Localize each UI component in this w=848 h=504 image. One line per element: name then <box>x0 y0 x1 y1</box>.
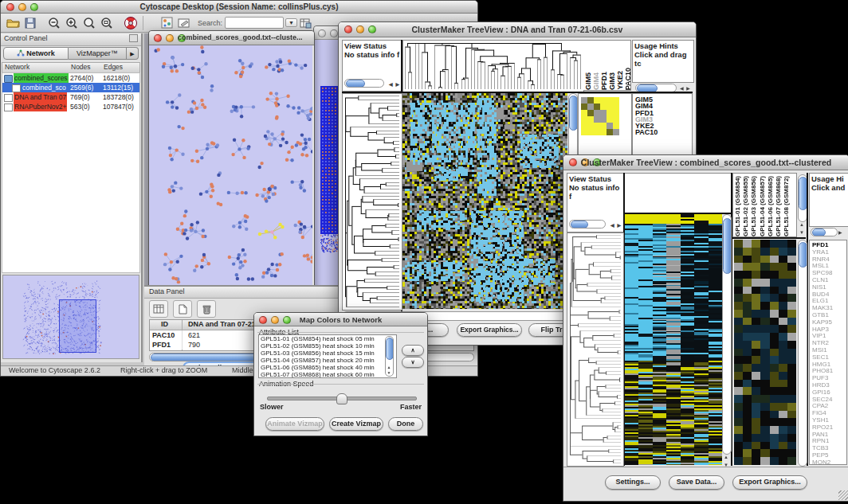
search-label: Search: <box>198 19 222 27</box>
help-lifesaver-icon[interactable] <box>122 15 139 31</box>
network-row[interactable]: RNAPuberNov2+563(0)107847(0) <box>2 102 139 111</box>
annotation-icon[interactable] <box>175 15 193 31</box>
tv1-column-label: GIM3 <box>609 72 616 90</box>
tab-overflow-icon[interactable]: ▶ <box>127 47 139 60</box>
tv1-status-scroll-arrows-icon[interactable]: ◀ ▶ <box>389 81 400 87</box>
move-down-button[interactable]: ∨ <box>402 357 424 368</box>
delete-attribute-icon[interactable] <box>197 300 216 318</box>
tv2-status-scroll-arrows-icon[interactable]: ◀ ▶ <box>610 222 622 228</box>
create-vizmap-button[interactable]: Create Vizmap <box>329 417 383 431</box>
tv2-hints-hscrollbar[interactable] <box>811 228 838 236</box>
tab-vizmapper[interactable]: VizMapper™ <box>69 47 127 60</box>
zoom-fit-icon[interactable] <box>98 15 116 31</box>
tv2-column-label: GPL51-04 (GSM857) <box>760 176 766 236</box>
close-icon[interactable] <box>154 34 162 42</box>
attribute-select-icon[interactable] <box>149 300 168 318</box>
tv1-correlation-matrix[interactable] <box>581 97 619 135</box>
attribute-item[interactable]: GPL51-03 (GSM856) heat shock 15 min <box>259 350 396 357</box>
tv2-status-hscrollbar[interactable] <box>569 220 606 229</box>
save-icon[interactable] <box>22 15 39 31</box>
minimize-icon[interactable] <box>166 34 174 42</box>
done-button[interactable]: Done <box>388 417 423 431</box>
vizmap-icon[interactable] <box>158 15 175 31</box>
matrix-cell <box>581 110 587 116</box>
search-input[interactable] <box>225 17 284 29</box>
tv2-row-tree[interactable] <box>567 232 624 467</box>
tv2-export-graphics-button[interactable]: Export Graphics... <box>732 475 807 490</box>
attribute-listbox[interactable]: GPL51-01 (GSM854) heat shock 05 minGPL51… <box>258 334 397 378</box>
attribute-item[interactable]: GPL51-02 (GSM855) heat shock 10 min <box>259 342 396 350</box>
attribute-item[interactable]: GPL51-07 (GSM868) heat shock 60 min <box>259 371 396 378</box>
tv2-hints-scroll-arrows-icon[interactable]: ▶ <box>838 229 843 235</box>
tv2-column-label: GPL51-07 (GSM868) <box>775 176 782 236</box>
matrix-cell <box>607 129 613 135</box>
new-attribute-icon[interactable] <box>173 300 192 318</box>
zoom-out-icon[interactable] <box>45 15 63 31</box>
attribute-item[interactable]: GPL51-01 (GSM854) heat shock 05 min <box>259 335 396 342</box>
minimize-icon[interactable] <box>330 29 338 37</box>
tv2-heatmap-vscrollbar[interactable] <box>722 214 732 455</box>
status-right: Middle- <box>232 366 256 374</box>
tv2-labels-scroll-arrows-icon[interactable]: ▲ ▼ <box>799 222 804 236</box>
float-panel-icon[interactable] <box>129 34 138 42</box>
zoom-in-icon[interactable] <box>63 15 80 31</box>
network-row[interactable]: combined_sco2569(6)13112(15) <box>2 83 139 92</box>
cell-id: PFD1 <box>152 340 171 350</box>
attribute-item[interactable]: GPL51-04 (GSM857) heat shock 20 min <box>259 357 396 364</box>
animation-slider[interactable] <box>267 397 417 400</box>
resize-grip[interactable] <box>838 490 848 500</box>
attribute-list-vscrollbar[interactable]: ▲▼ <box>385 336 394 377</box>
tv1-column-tree[interactable] <box>402 40 584 92</box>
network-table-rows: combined_scores2764(0)16218(0)combined_s… <box>2 72 140 273</box>
main-titlebar[interactable]: Cytoscape Desktop (Session Name: collins… <box>1 1 477 14</box>
open-file-icon[interactable] <box>4 15 22 31</box>
tv1-hints-scroll-arrows-icon[interactable]: ◀ ▶ <box>680 85 691 91</box>
tv1-heatmap[interactable] <box>402 93 567 309</box>
network-canvas-1[interactable] <box>149 45 312 290</box>
matrix-cell <box>587 110 594 116</box>
attribute-item[interactable]: GPL51-06 (GSM865) heat shock 40 min <box>259 364 396 371</box>
tv2-zoom-heatmap[interactable] <box>734 240 796 465</box>
matrix-row <box>581 123 619 129</box>
tv2-save-data-button[interactable]: Save Data... <box>669 475 724 490</box>
matrix-cell <box>613 104 619 110</box>
matrix-row <box>581 104 619 110</box>
birdseye-view[interactable] <box>2 275 139 359</box>
matrix-cell <box>594 110 600 116</box>
status-left: Welcome to Cytoscape 2.6.2 <box>9 366 100 374</box>
matrix-cell <box>594 123 600 129</box>
tab-network[interactable]: Network <box>3 47 69 60</box>
tv1-column-label: GIM5 <box>585 72 592 90</box>
dialog-title: Map Colors to Network <box>254 315 427 324</box>
tv1-column-label: YKE2 <box>617 71 624 90</box>
close-icon[interactable] <box>318 29 326 37</box>
matrix-cell <box>587 123 594 129</box>
tv1-export-graphics-button[interactable]: Export Graphics... <box>457 323 522 337</box>
tv1-row-tree[interactable] <box>342 93 402 311</box>
network-nodes: 2569(6) <box>70 83 93 92</box>
tv2-settings-button[interactable]: Settings... <box>605 475 661 490</box>
network-doc-icon <box>12 84 21 92</box>
network-name: DNA and Tran 07 <box>14 92 67 102</box>
network-name: combined_scores <box>14 73 69 83</box>
network-row[interactable]: DNA and Tran 07769(0)183728(0) <box>2 92 139 102</box>
tv2-heatmap[interactable] <box>625 214 722 465</box>
divider <box>182 330 183 340</box>
matrix-cell <box>600 110 607 116</box>
import-table-icon[interactable] <box>297 15 315 31</box>
gene-label: MON2 <box>812 459 846 465</box>
tv2-gene-list[interactable]: PFD1YRA1RNR4MSL1SPC98CLN1NIS1BUD4ELG1MAK… <box>809 240 847 465</box>
search-dropdown-icon[interactable]: ▼ <box>285 18 297 27</box>
matrix-cell <box>613 116 619 123</box>
tv1-status-hscrollbar[interactable] <box>344 79 384 88</box>
slider-thumb[interactable] <box>336 393 347 404</box>
animate-vizmap-button[interactable]: Animate Vizmap <box>265 417 324 431</box>
network-edges: 13112(15) <box>103 83 133 92</box>
move-up-button[interactable]: ∧ <box>402 345 424 356</box>
tv2-view-status: View Status No status info f ◀ ▶ <box>567 173 624 232</box>
zoom-selected-icon[interactable] <box>80 15 98 31</box>
network-row[interactable]: combined_scores2764(0)16218(0) <box>2 73 139 83</box>
matrix-row <box>581 97 619 104</box>
tv2-zoom-vscrollbar[interactable] <box>798 240 807 467</box>
network-window-1: combined_scores_good.txt--cluste... <box>148 30 315 291</box>
